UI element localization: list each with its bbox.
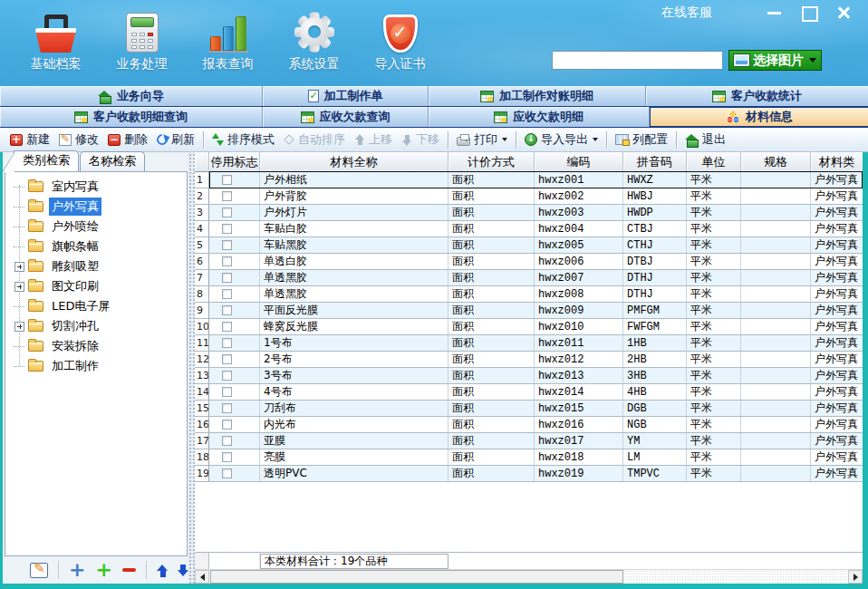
close-icon[interactable] bbox=[834, 5, 854, 21]
tree-item[interactable]: 加工制作 bbox=[5, 356, 187, 376]
table-row[interactable]: 144号布面积hwxz0144HB平米户外写真 bbox=[195, 384, 863, 401]
disable-flag-checkbox[interactable] bbox=[222, 338, 232, 348]
header-pricing-method[interactable]: 计价方式 bbox=[448, 152, 535, 171]
minimize-icon[interactable] bbox=[765, 5, 785, 21]
tree-item[interactable]: 安装拆除 bbox=[5, 336, 187, 356]
disable-flag-checkbox[interactable] bbox=[222, 387, 232, 397]
tab-receivable-query[interactable]: 应收欠款查询 bbox=[263, 107, 429, 127]
tree-item[interactable]: 户外写真 bbox=[5, 197, 187, 217]
disable-flag-checkbox[interactable] bbox=[222, 208, 232, 217]
table-row[interactable]: 1户外相纸面积hwxz001HWXZ平米户外写真 bbox=[195, 172, 863, 188]
disable-flag-checkbox[interactable] bbox=[222, 436, 232, 446]
import-export-button[interactable]: 导入导出 bbox=[520, 129, 603, 150]
add-sub-category-icon[interactable]: + bbox=[96, 562, 112, 578]
tab-receivable-detail[interactable]: 应收欠款明细 bbox=[429, 107, 650, 127]
header-disable-flag[interactable]: 停用标志 bbox=[209, 152, 260, 171]
edit-category-icon[interactable] bbox=[30, 563, 48, 578]
tab-work-statement[interactable]: 加工制作对账明细 bbox=[429, 86, 646, 106]
print-button[interactable]: 打印 bbox=[452, 129, 512, 150]
tab-name-search[interactable]: 名称检索 bbox=[80, 151, 145, 171]
table-row[interactable]: 133号布面积hwxz0133HB平米户外写真 bbox=[195, 368, 863, 384]
disable-flag-checkbox[interactable] bbox=[222, 452, 232, 462]
table-row[interactable]: 15刀刮布面积hwxz015DGB平米户外写真 bbox=[195, 401, 863, 417]
remove-category-icon[interactable] bbox=[122, 568, 136, 572]
table-row[interactable]: 111号布面积hwxz0111HB平米户外写真 bbox=[195, 335, 863, 352]
tree-item[interactable]: 切割冲孔 bbox=[5, 316, 187, 336]
disable-flag-checkbox[interactable] bbox=[222, 289, 232, 299]
maximize-icon[interactable] bbox=[799, 5, 819, 21]
table-row[interactable]: 16内光布面积hwxz016NGB平米户外写真 bbox=[195, 417, 863, 433]
table-row[interactable]: 7单透黑胶面积hwxz007DTHJ平米户外写真 bbox=[195, 270, 863, 286]
header-spec[interactable]: 规格 bbox=[741, 152, 811, 171]
table-row[interactable]: 3户外灯片面积hwxz003HWDP平米户外写真 bbox=[195, 205, 863, 221]
scroll-left-icon[interactable] bbox=[195, 570, 209, 584]
modify-button[interactable]: 修改 bbox=[54, 129, 103, 150]
table-row[interactable]: 5车贴黑胶面积hwxz005CTHJ平米户外写真 bbox=[195, 237, 863, 254]
move-category-down-icon[interactable] bbox=[178, 565, 188, 576]
column-config-button[interactable]: 列配置 bbox=[611, 129, 672, 150]
header-material-name[interactable]: 材料全称 bbox=[260, 152, 448, 171]
expand-icon[interactable] bbox=[14, 262, 24, 272]
disable-flag-checkbox[interactable] bbox=[222, 240, 232, 250]
tab-business-wizard[interactable]: 业务向导 bbox=[0, 86, 263, 106]
table-row[interactable]: 9平面反光膜面积hwxz009PMFGM平米户外写真 bbox=[195, 303, 863, 319]
nav-item-business[interactable]: 业务处理 bbox=[99, 5, 185, 72]
delete-button[interactable]: 删除 bbox=[103, 129, 152, 150]
online-service-link[interactable]: 在线客服 bbox=[661, 5, 712, 21]
tree-item[interactable]: 图文印刷 bbox=[5, 276, 187, 296]
tree-item[interactable]: 旗帜条幅 bbox=[5, 237, 187, 256]
disable-flag-checkbox[interactable] bbox=[222, 420, 232, 430]
scrollbar-track[interactable] bbox=[624, 570, 848, 584]
tab-customer-receipts-stats[interactable]: 客户收款统计 bbox=[646, 86, 868, 106]
horizontal-scrollbar[interactable] bbox=[195, 569, 863, 584]
tree-item[interactable]: 室内写真 bbox=[5, 177, 187, 197]
new-button[interactable]: 新建 bbox=[5, 129, 54, 150]
disable-flag-checkbox[interactable] bbox=[222, 468, 232, 478]
disable-flag-checkbox[interactable] bbox=[222, 322, 232, 332]
exit-button[interactable]: 退出 bbox=[680, 129, 730, 150]
nav-item-import-cert[interactable]: 导入证书 bbox=[357, 5, 443, 72]
table-row[interactable]: 18亮膜面积hwxz018LM平米户外写真 bbox=[195, 449, 863, 466]
disable-flag-checkbox[interactable] bbox=[222, 371, 232, 381]
tab-material-info[interactable]: 材料信息 bbox=[650, 107, 868, 127]
scroll-right-icon[interactable] bbox=[848, 570, 863, 584]
table-row[interactable]: 10蜂窝反光膜面积hwxz010FWFGM平米户外写真 bbox=[195, 319, 863, 335]
header-code[interactable]: 编码 bbox=[535, 152, 623, 171]
disable-flag-checkbox[interactable] bbox=[222, 224, 232, 234]
header-pinyin-code[interactable]: 拼音码 bbox=[623, 152, 687, 171]
tab-work-order[interactable]: 加工制作单 bbox=[263, 86, 429, 106]
expand-icon[interactable] bbox=[14, 282, 24, 292]
tree-item[interactable]: LED电子屏 bbox=[5, 296, 187, 316]
expand-icon[interactable] bbox=[14, 322, 24, 332]
table-row[interactable]: 4车贴白胶面积hwxz004CTBJ平米户外写真 bbox=[195, 221, 863, 237]
tree-item[interactable]: 雕刻吸塑 bbox=[5, 256, 187, 276]
tab-category-search[interactable]: 类别检索 bbox=[14, 150, 79, 171]
disable-flag-checkbox[interactable] bbox=[222, 403, 232, 413]
header-unit[interactable]: 单位 bbox=[687, 152, 741, 171]
table-row[interactable]: 8单透黑胶面积hwxz008DTHJ平米户外写真 bbox=[195, 286, 863, 303]
disable-flag-checkbox[interactable] bbox=[222, 305, 232, 315]
add-root-category-icon[interactable]: + bbox=[69, 562, 85, 578]
tree-item[interactable]: 户外喷绘 bbox=[5, 217, 187, 237]
refresh-button[interactable]: 刷新 bbox=[152, 129, 199, 150]
table-row[interactable]: 122号布面积hwxz0122HB平米户外写真 bbox=[195, 352, 863, 368]
table-row[interactable]: 6单透白胶面积hwxz006DTBJ平米户外写真 bbox=[195, 254, 863, 270]
table-row[interactable]: 19透明PVC面积hwxz019TMPVC平米户外写真 bbox=[195, 466, 863, 482]
sidebar-splitter[interactable] bbox=[188, 152, 195, 584]
disable-flag-checkbox[interactable] bbox=[222, 256, 232, 266]
tab-receipt-detail-query[interactable]: 客户收款明细查询 bbox=[0, 107, 263, 127]
sort-mode-button[interactable]: 排序模式 bbox=[207, 129, 279, 150]
nav-item-settings[interactable]: 系统设置 bbox=[271, 5, 357, 72]
select-image-button[interactable]: 选择图片 bbox=[728, 50, 822, 71]
image-search-input[interactable] bbox=[552, 51, 723, 70]
move-category-up-icon[interactable] bbox=[157, 565, 167, 576]
table-row[interactable]: 17亚膜面积hwxz017YM平米户外写真 bbox=[195, 433, 863, 449]
nav-item-reports[interactable]: 报表查询 bbox=[185, 5, 271, 72]
header-category[interactable]: 材料类 bbox=[811, 152, 863, 171]
disable-flag-checkbox[interactable] bbox=[222, 191, 232, 201]
disable-flag-checkbox[interactable] bbox=[222, 354, 232, 364]
nav-item-basic-archives[interactable]: 基础档案 bbox=[13, 5, 99, 72]
table-row[interactable]: 2户外背胶面积hwxz002HWBJ平米户外写真 bbox=[195, 188, 863, 205]
scrollbar-thumb[interactable] bbox=[210, 570, 623, 584]
disable-flag-checkbox[interactable] bbox=[222, 273, 232, 283]
